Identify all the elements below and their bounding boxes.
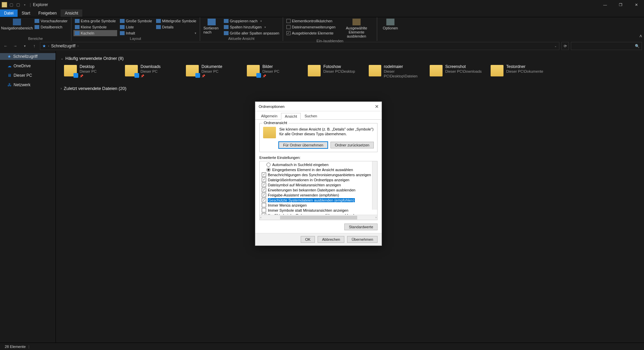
advanced-setting-row[interactable]: Konflikte bei der Ordnerzusammenführung … xyxy=(262,213,377,215)
sidebar-network[interactable]: 🖧Netzwerk xyxy=(0,81,56,88)
horizontal-scrollbar[interactable]: ‹ › xyxy=(260,215,377,220)
layout-details[interactable]: Details xyxy=(155,24,198,30)
history-dropdown-icon[interactable]: ▾ xyxy=(21,44,28,48)
up-button[interactable]: ↑ xyxy=(30,44,38,48)
dialog-tab-general[interactable]: Allgemein xyxy=(257,113,281,119)
tab-share[interactable]: Freigeben xyxy=(34,9,61,17)
advanced-setting-row[interactable]: Dateisymbol auf Miniaturansichten anzeig… xyxy=(262,182,377,187)
tab-file[interactable]: Datei xyxy=(0,9,18,17)
advanced-setting-row[interactable]: Geschützte Systemdateien ausblenden (emp… xyxy=(262,197,377,203)
advanced-setting-row[interactable]: Erweiterungen bei bekannten Dateitypen a… xyxy=(262,187,377,192)
window-title: Explorer xyxy=(33,2,48,7)
folder-tile[interactable]: DesktopDieser PC📌 xyxy=(63,64,124,80)
ribbon: Navigationsbereich Vorschaufenster Detai… xyxy=(0,17,644,41)
folder-tile[interactable]: rodelmaierDieser PC\Desktop\Dateien xyxy=(368,64,428,80)
layout-small[interactable]: Kleine Symbole xyxy=(73,24,117,30)
navigation-pane-button[interactable]: Navigationsbereich xyxy=(2,18,32,31)
scrollbar-thumb[interactable] xyxy=(280,216,357,219)
chevron-down-icon[interactable]: ⌄ xyxy=(554,44,557,48)
group-by-button[interactable]: Gruppieren nach▾ xyxy=(222,18,281,24)
maximize-button[interactable]: ❐ xyxy=(613,0,628,9)
folder-tile[interactable]: ScreenshotDieser PC\Downloads xyxy=(429,64,489,80)
tab-start[interactable]: Start xyxy=(18,9,34,17)
options-button[interactable]: Optionen xyxy=(379,18,402,31)
hide-selected-button[interactable]: Ausgewählte Elemente ausblenden xyxy=(338,18,375,39)
folder-tile[interactable]: TestordnerDieser PC\Dokumente xyxy=(490,64,550,80)
preview-pane-button[interactable]: Vorschaufenster xyxy=(33,18,69,24)
details-pane-button[interactable]: Detailbereich xyxy=(33,24,69,30)
sidebar-onedrive[interactable]: ☁OneDrive xyxy=(0,63,56,69)
folder-tile[interactable]: DokumenteDieser PC📌 xyxy=(185,64,245,80)
advanced-setting-row[interactable]: Eingegebenes Element in der Ansicht ausw… xyxy=(262,167,377,172)
scroll-left-icon[interactable]: ‹ xyxy=(260,216,261,219)
layout-more[interactable]: ▾ xyxy=(155,30,198,36)
hidden-items-toggle[interactable]: ✓Ausgeblendete Elemente xyxy=(285,30,337,36)
collapse-ribbon-icon[interactable]: ᐱ xyxy=(640,34,642,38)
layout-large[interactable]: Große Symbole xyxy=(119,18,153,24)
refresh-button[interactable]: ⟳ xyxy=(561,42,569,50)
forward-button[interactable]: → xyxy=(12,44,19,48)
add-columns-button[interactable]: Spalten hinzufügen▾ xyxy=(222,24,281,30)
ribbon-tabs: Datei Start Freigeben Ansicht xyxy=(0,9,644,17)
quick-access-icon: ★ xyxy=(42,44,46,48)
qat-dropdown-icon[interactable]: ▾ xyxy=(22,2,28,8)
ok-button[interactable]: OK xyxy=(301,236,315,243)
label: Dieser PC xyxy=(14,73,32,78)
qat-item[interactable]: ▢ xyxy=(8,2,14,8)
group-label: Layout xyxy=(73,37,198,41)
layout-content[interactable]: Inhalt xyxy=(119,30,153,36)
cancel-button[interactable]: Abbrechen xyxy=(318,236,344,243)
back-button[interactable]: ← xyxy=(2,44,9,48)
layout-tiles[interactable]: Kacheln xyxy=(73,30,117,36)
advanced-setting-row[interactable]: Immer Menüs anzeigen xyxy=(262,203,377,208)
dialog-tab-search[interactable]: Suchen xyxy=(301,113,321,119)
advanced-setting-row[interactable]: Freigabe-Assistent verwenden (empfohlen) xyxy=(262,192,377,197)
vertical-scrollbar[interactable] xyxy=(372,161,377,210)
apply-to-folders-button[interactable]: Für Ordner übernehmen xyxy=(279,142,328,148)
reset-folders-button[interactable]: Ordner zurücksetzen xyxy=(330,142,374,148)
chevron-right-icon[interactable]: › xyxy=(78,44,79,48)
advanced-setting-row[interactable]: Benachrichtigungen des Synchronisierungs… xyxy=(262,172,377,177)
folder-tile[interactable]: DownloadsDieser PC📌 xyxy=(124,64,185,80)
folder-tile[interactable]: BilderDieser PC📌 xyxy=(246,64,306,80)
folder-icon xyxy=(186,65,199,76)
section-frequent-folders[interactable]: ⌄ Häufig verwendete Ordner (8) xyxy=(61,56,641,61)
advanced-setting-row[interactable]: Dateigrößeinformationen in Ordnertipps a… xyxy=(262,177,377,182)
restore-defaults-button[interactable]: Standardwerte xyxy=(344,224,378,230)
tab-view[interactable]: Ansicht xyxy=(61,9,82,17)
sidebar-quick-access[interactable]: ★Schnellzugriff xyxy=(0,53,56,60)
advanced-settings-label: Erweiterte Einstellungen: xyxy=(259,156,378,160)
folder-path: Dieser PC xyxy=(141,69,160,74)
advanced-setting-row[interactable]: Immer Symbole statt Miniaturansichten an… xyxy=(262,208,377,213)
dialog-tab-view[interactable]: Ansicht xyxy=(281,113,301,120)
apply-button[interactable]: Übernehmen xyxy=(347,236,378,243)
search-icon: 🔍 xyxy=(635,44,640,48)
layout-medium[interactable]: Mittelgroße Symbole xyxy=(155,18,198,24)
close-button[interactable]: ✕ xyxy=(628,0,644,9)
advanced-setting-row[interactable]: Automatisch in Suchfeld eingeben xyxy=(262,162,377,167)
section-title: Häufig verwendete Ordner (8) xyxy=(65,56,124,61)
folder-view-description: Sie können diese Ansicht (z. B. „Details… xyxy=(279,127,374,138)
label: Dateinamenerweiterungen xyxy=(292,25,336,29)
label: Liste xyxy=(126,25,134,29)
folder-tile[interactable]: FotoshowDieser PC\Desktop xyxy=(307,64,367,80)
sort-by-button[interactable]: Sortieren nach xyxy=(202,18,221,35)
qat-item[interactable]: ▢ xyxy=(15,2,21,8)
minimize-button[interactable]: — xyxy=(597,0,613,9)
folder-name: Bilder xyxy=(262,64,279,69)
file-extensions-toggle[interactable]: Dateinamenerweiterungen xyxy=(285,24,337,30)
search-input[interactable]: 🔍 xyxy=(571,42,642,50)
scroll-right-icon[interactable]: › xyxy=(375,216,377,219)
dialog-close-button[interactable]: ✕ xyxy=(375,104,379,109)
section-recent-files[interactable]: › Zuletzt verwendete Dateien (20) xyxy=(61,86,641,91)
autosize-columns-button[interactable]: Größe aller Spalten anpassen xyxy=(222,30,281,36)
item-checkboxes-toggle[interactable]: Elementkontrollkästchen xyxy=(285,18,337,24)
folder-name: Downloads xyxy=(141,64,160,69)
folder-path: Dieser PC xyxy=(201,69,222,74)
layout-extra-large[interactable]: Extra große Symbole xyxy=(73,18,117,24)
layout-list[interactable]: Liste xyxy=(119,24,153,30)
advanced-settings-list[interactable]: Automatisch in Suchfeld eingebenEingegeb… xyxy=(260,161,377,215)
sidebar-this-pc[interactable]: 🖥Dieser PC xyxy=(0,72,56,79)
chevron-right-icon[interactable]: › xyxy=(48,44,49,48)
breadcrumb-segment[interactable]: Schnellzugriff xyxy=(51,44,76,48)
